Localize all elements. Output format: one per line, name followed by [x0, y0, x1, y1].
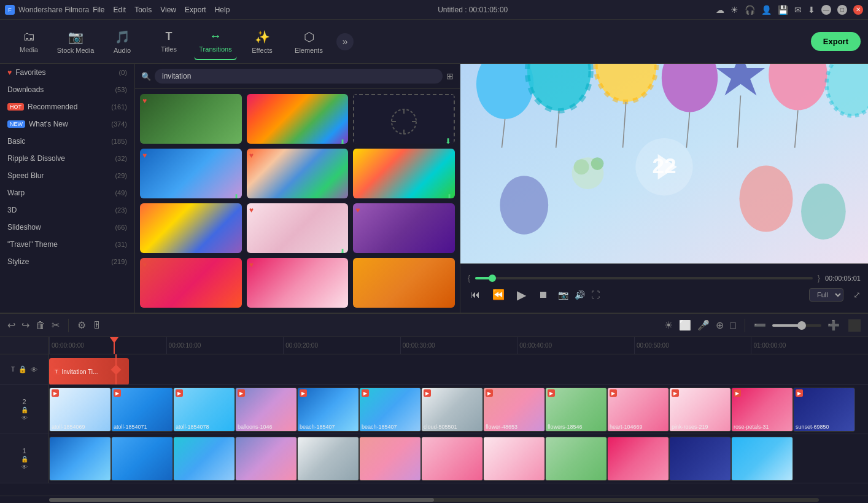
zoom-in-icon[interactable]: ➕: [827, 319, 840, 331]
expand-toolbar-button[interactable]: »: [336, 33, 354, 50]
toolbar-elements[interactable]: ⬡ Elements: [287, 23, 330, 60]
transition-misc2[interactable]: ♥ Floral Spring...: [247, 258, 349, 308]
sidebar-item-downloads[interactable]: Downloads (53): [0, 81, 134, 98]
toolbar-media[interactable]: 🗂 Media: [7, 23, 50, 60]
clip-v1-beach[interactable]: [49, 437, 111, 481]
lock-icon-1[interactable]: 🔒: [21, 456, 28, 462]
clip-atoll3[interactable]: ▶ atoll-1854078: [173, 388, 235, 432]
menu-tools[interactable]: Tools: [134, 6, 152, 14]
clip-heart[interactable]: ▶ heart-104669: [607, 388, 669, 432]
toolbar-titles[interactable]: T Titles: [147, 23, 190, 60]
clip-v1-atoll[interactable]: [111, 437, 173, 481]
settings-button[interactable]: ⚙: [77, 319, 86, 331]
expand-preview-icon[interactable]: ⤢: [853, 290, 861, 300]
clip-v1-flower[interactable]: [359, 437, 421, 481]
clip-pinkroses[interactable]: ▶ pink-roses-219: [669, 388, 731, 432]
menu-help[interactable]: Help: [215, 6, 230, 14]
close-button[interactable]: ✕: [853, 5, 863, 15]
sidebar-item-stylize[interactable]: Stylize (219): [0, 253, 134, 270]
minimize-button[interactable]: —: [821, 5, 831, 15]
clip-v1-flowers[interactable]: [545, 437, 607, 481]
eye-icon[interactable]: 👁: [31, 366, 37, 373]
transition-round-zoom[interactable]: ⬇ Round Zoom In: [353, 94, 455, 144]
toolbar-audio[interactable]: 🎵 Audio: [101, 23, 144, 60]
transition-jp-summer[interactable]: ♥ JP Summer Pack Tra...: [140, 94, 242, 144]
toolbar-transitions[interactable]: ↔ Transitions: [194, 23, 237, 60]
lock-icon-2[interactable]: 🔒: [21, 407, 28, 413]
mail-icon[interactable]: ✉: [794, 5, 802, 15]
clip-v1-beach3[interactable]: [731, 437, 793, 481]
transition-wedding[interactable]: ♥ ⬇ Wedding Floral Pack ...: [247, 203, 349, 253]
person-icon[interactable]: 👤: [761, 5, 772, 15]
clip-v1-beach2[interactable]: [173, 437, 235, 481]
sidebar-item-basic[interactable]: Basic (185): [0, 133, 134, 150]
cloud-icon[interactable]: ☁: [716, 5, 724, 15]
play-button[interactable]: ▶: [514, 286, 529, 303]
clip-v1-cloud[interactable]: [297, 437, 359, 481]
zoom-out-icon[interactable]: ➖: [754, 319, 766, 331]
transition-misc3[interactable]: Summer Gold...: [353, 258, 455, 308]
snapshot-icon[interactable]: 📷: [558, 290, 568, 300]
sun-icon[interactable]: ☀: [730, 5, 738, 15]
transition-misc1[interactable]: ♥ Pack Transition...: [140, 258, 242, 308]
mic-icon[interactable]: 🎤: [697, 319, 710, 331]
delete-button[interactable]: 🗑: [36, 320, 45, 331]
audio-settings-button[interactable]: 🎚: [92, 320, 102, 331]
sidebar-item-slideshow[interactable]: Slideshow (66): [0, 219, 134, 236]
clip-rosepetals[interactable]: ▶ rose-petals-31: [731, 388, 793, 432]
stop-button[interactable]: ⏹: [536, 288, 551, 302]
zoom-bar[interactable]: [772, 324, 821, 327]
step-back-button[interactable]: ⏮: [468, 288, 482, 302]
menu-view[interactable]: View: [160, 6, 176, 14]
eye-icon-1[interactable]: 👁: [21, 464, 28, 470]
undo-button[interactable]: ↩: [7, 319, 15, 331]
clip-cloud[interactable]: ▶ cloud-505501: [421, 388, 483, 432]
redo-button[interactable]: ↪: [21, 319, 29, 331]
sidebar-item-travel[interactable]: "Travel" Theme (31): [0, 236, 134, 253]
transition-birthday2[interactable]: ♥ Birthday Celebration ...: [353, 203, 455, 253]
volume-icon[interactable]: 🔊: [575, 290, 585, 300]
toolbar-effects[interactable]: ✨ Effects: [241, 23, 284, 60]
transition-birthday[interactable]: ♥ Birthday Celebration ...: [247, 149, 349, 198]
toolbar-stock-media[interactable]: 📷 Stock Media: [54, 23, 97, 60]
menu-export[interactable]: Export: [185, 6, 206, 14]
lock-icon[interactable]: 🔒: [18, 365, 27, 373]
sun-adj-icon[interactable]: ☀: [664, 319, 673, 331]
clip-beach1[interactable]: ▶ beach-185407: [297, 388, 359, 432]
download-icon[interactable]: ⬇: [808, 5, 815, 15]
menu-edit[interactable]: Edit: [114, 6, 126, 14]
sidebar-item-speed-blur[interactable]: Speed Blur (29): [0, 167, 134, 184]
search-input[interactable]: [155, 69, 443, 84]
clip-v1-balloons[interactable]: [235, 437, 297, 481]
frame-back-button[interactable]: ⏪: [490, 287, 507, 302]
clip-beach2[interactable]: ▶ beach-185407: [359, 388, 421, 432]
overlay-icon[interactable]: □: [730, 320, 736, 331]
sidebar-item-3d[interactable]: 3D (23): [0, 201, 134, 219]
clip-sunset[interactable]: ▶ sunset-69850: [793, 388, 855, 432]
headphone-icon[interactable]: 🎧: [745, 5, 755, 15]
transition-summer-beach[interactable]: ⬇ Summer_Set_Beach...: [247, 94, 349, 144]
menu-file[interactable]: File: [93, 6, 104, 14]
eye-icon-2[interactable]: 👁: [21, 415, 28, 421]
transition-icon[interactable]: ⊕: [716, 319, 724, 331]
export-button[interactable]: Export: [811, 32, 861, 51]
clip-flower[interactable]: ▶ flower-48653: [483, 388, 545, 432]
save-icon[interactable]: 💾: [778, 5, 788, 15]
transition-jp-summer2[interactable]: ♥ ⬇ JP Summer Pack Tra...: [140, 149, 242, 198]
cut-button[interactable]: ✂: [52, 319, 60, 331]
clip-balloons[interactable]: ▶ balloons-1046: [235, 388, 297, 432]
clip-atoll2[interactable]: ▶ atoll-1854071: [111, 388, 173, 432]
sidebar-item-favorites[interactable]: ♥ Favorites (0): [0, 64, 134, 81]
clip-v1-sunset[interactable]: [669, 437, 731, 481]
fullscreen-icon[interactable]: ⛶: [591, 290, 600, 300]
transition-school[interactable]: Back To School Day ...: [140, 203, 242, 253]
clip-flowers2[interactable]: ▶ flowers-18546: [545, 388, 607, 432]
grid-view-icon[interactable]: ⊞: [446, 71, 454, 81]
quality-select[interactable]: Full 1/2 1/4: [809, 288, 843, 302]
clip-v1-heart[interactable]: [421, 437, 483, 481]
sidebar-item-ripple[interactable]: Ripple & Dissolve (32): [0, 150, 134, 167]
sidebar-item-whats-new[interactable]: NEW What's New (374): [0, 115, 134, 133]
sidebar-item-recommended[interactable]: HOT Recommended (161): [0, 98, 134, 115]
sidebar-item-warp[interactable]: Warp (49): [0, 184, 134, 201]
maximize-button[interactable]: □: [837, 5, 847, 15]
